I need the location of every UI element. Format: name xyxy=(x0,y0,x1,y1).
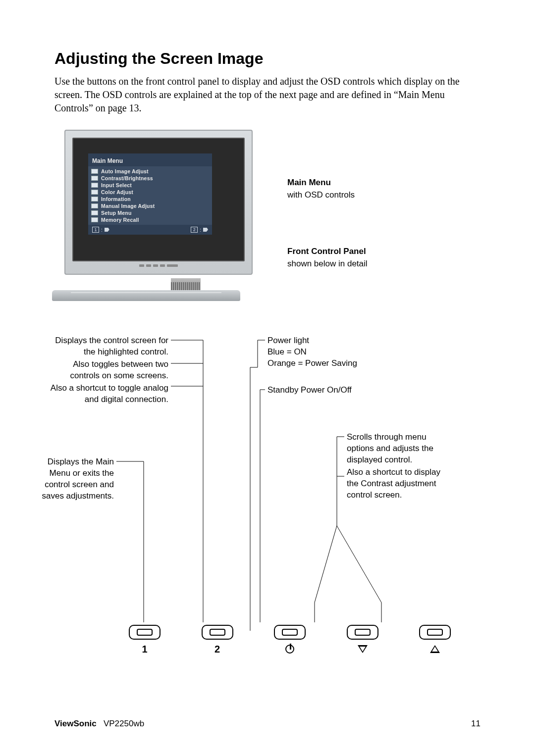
main-menu-label: Main Menu xyxy=(287,178,331,187)
callout-text: Orange = Power Saving xyxy=(268,358,396,369)
front-control-panel-label: Front Control Panel xyxy=(287,247,366,256)
osd-item: Information xyxy=(91,196,209,202)
page-heading: Adjusting the Screen Image xyxy=(54,50,481,68)
front-control-panel-sub: shown below in detail xyxy=(287,258,368,270)
osd-item: Memory Recall xyxy=(91,216,209,223)
osd-item-label: Input Select xyxy=(101,182,132,188)
osd-item: Color Adjust xyxy=(91,189,209,196)
triangle-up-icon xyxy=(430,645,440,653)
osd-item: Contrast/Brightness xyxy=(91,175,209,182)
osd-item: Setup Menu xyxy=(91,209,209,216)
osd-item-label: Memory Recall xyxy=(101,217,139,223)
button-2-label: 2 xyxy=(214,644,220,655)
callout-scroll: Scrolls through menu options and adjusts… xyxy=(347,432,441,501)
button-2[interactable]: 2 xyxy=(202,625,233,655)
osd-item-icon xyxy=(91,183,98,188)
callout-btn2: Displays the control screen for the high… xyxy=(50,335,168,405)
osd-item-label: Contrast/Brightness xyxy=(101,175,153,181)
power-icon xyxy=(285,645,294,654)
osd-footer: 1: 2: xyxy=(88,225,212,235)
osd-item-label: Color Adjust xyxy=(101,189,133,195)
callout-text: Also a shortcut to display the Contrast … xyxy=(347,467,441,501)
down-button[interactable] xyxy=(347,625,378,655)
osd-title: Main Menu xyxy=(88,156,212,166)
monitor-illustration: Main Menu Auto Image Adjust Contrast/Bri… xyxy=(54,130,481,308)
osd-panel: Main Menu Auto Image Adjust Contrast/Bri… xyxy=(88,153,212,235)
callout-text: Also a shortcut to toggle analog and dig… xyxy=(50,383,168,405)
callout-text: Also toggles between two controls on som… xyxy=(50,359,168,382)
osd-item-icon xyxy=(91,210,98,215)
buttons-row: 1 2 xyxy=(129,625,451,655)
arrow-icon xyxy=(203,228,208,232)
page-footer: ViewSonic VP2250wb 11 xyxy=(54,719,481,729)
button-cap-icon xyxy=(129,625,160,640)
osd-item-label: Setup Menu xyxy=(101,210,132,216)
callout-text: Power light xyxy=(268,335,396,347)
power-button[interactable] xyxy=(274,625,306,655)
osd-item-icon xyxy=(91,203,98,208)
side-labels: Main Menu with OSD controls Front Contro… xyxy=(287,177,368,270)
callout-text: Scrolls through menu options and adjusts… xyxy=(347,432,441,466)
footer-brand: ViewSonic xyxy=(54,719,97,728)
triangle-down-icon xyxy=(358,645,368,653)
button-cap-icon xyxy=(347,625,378,640)
callout-text: Displays the Main Menu or exits the cont… xyxy=(40,456,114,502)
osd-item: Manual Image Adjust xyxy=(91,202,209,209)
footer-model: VP2250wb xyxy=(104,719,144,728)
callout-text: Standby Power On/Off xyxy=(268,385,367,396)
osd-item-label: Manual Image Adjust xyxy=(101,203,155,209)
osd-footer-key: 2 xyxy=(191,227,198,233)
button-1[interactable]: 1 xyxy=(129,625,160,655)
button-cap-icon xyxy=(419,625,451,640)
osd-item-icon xyxy=(91,190,98,195)
callout-text: Blue = ON xyxy=(268,347,396,358)
osd-list: Auto Image Adjust Contrast/Brightness In… xyxy=(88,166,212,225)
monitor-stand xyxy=(131,278,240,301)
osd-footer-key: 1 xyxy=(92,227,99,233)
osd-item-icon xyxy=(91,217,98,222)
osd-item: Input Select xyxy=(91,182,209,189)
callout-powerlight: Power light Blue = ON Orange = Power Sav… xyxy=(268,335,396,369)
osd-item-label: Auto Image Adjust xyxy=(101,168,149,174)
button-cap-icon xyxy=(202,625,233,640)
osd-item: Auto Image Adjust xyxy=(91,168,209,175)
button-cap-icon xyxy=(274,625,306,640)
monitor-screen: Main Menu Auto Image Adjust Contrast/Bri… xyxy=(72,138,245,261)
svg-line-16 xyxy=(315,526,337,603)
monitor-button-row-icon xyxy=(72,264,245,267)
up-button[interactable] xyxy=(419,625,451,655)
button-diagram: Displays the control screen for the high… xyxy=(54,328,481,664)
button-1-label: 1 xyxy=(142,644,147,655)
svg-line-17 xyxy=(337,526,381,603)
callout-standby: Standby Power On/Off xyxy=(268,385,367,396)
callout-btn1: Displays the Main Menu or exits the cont… xyxy=(40,456,114,502)
page-number: 11 xyxy=(471,719,481,729)
osd-item-icon xyxy=(91,197,98,202)
osd-item-label: Information xyxy=(101,196,131,202)
callout-text: Displays the control screen for the high… xyxy=(50,335,168,358)
main-menu-sub: with OSD controls xyxy=(287,189,368,202)
monitor-frame: Main Menu Auto Image Adjust Contrast/Bri… xyxy=(64,130,253,275)
intro-paragraph: Use the buttons on the front control pan… xyxy=(54,75,481,115)
arrow-icon xyxy=(105,228,109,232)
osd-item-icon xyxy=(91,169,98,174)
osd-item-icon xyxy=(91,176,98,181)
